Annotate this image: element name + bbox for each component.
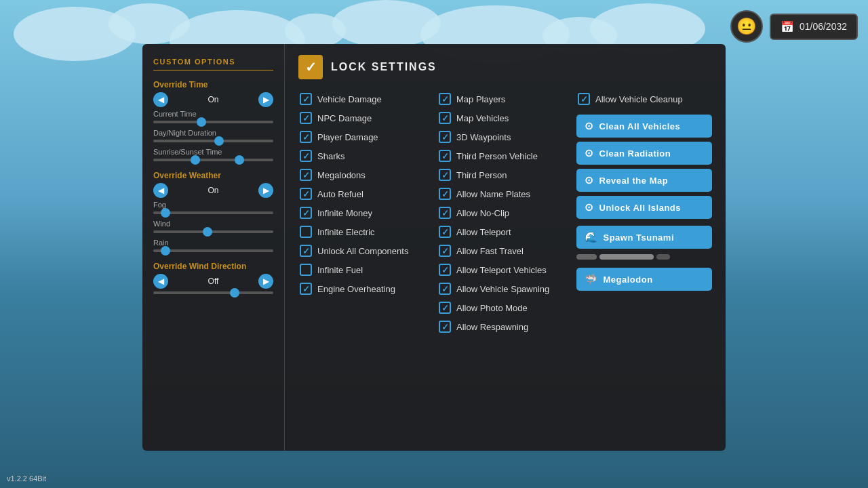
override-time-label: Override Time xyxy=(153,80,273,89)
col2-checkbox-7[interactable] xyxy=(439,226,451,238)
col2-checkbox-8[interactable] xyxy=(439,245,451,257)
col2-item-4[interactable]: Third Person xyxy=(437,166,576,184)
col1-label-0: Vehicle Damage xyxy=(317,94,382,104)
col2-checkbox-3[interactable] xyxy=(439,150,451,162)
fog-thumb[interactable] xyxy=(161,208,170,218)
unlock-islands-btn[interactable]: ⊙ Unlock All Islands xyxy=(576,196,712,219)
col2-item-6[interactable]: Allow No-Clip xyxy=(437,204,576,222)
day-night-thumb[interactable] xyxy=(214,136,224,146)
col1-checkbox-3[interactable] xyxy=(300,150,312,162)
col2-label-5: Allow Name Plates xyxy=(456,189,530,199)
col2-item-10[interactable]: Allow Vehicle Spawning xyxy=(437,280,576,298)
override-weather-left[interactable]: ◀ xyxy=(153,183,168,198)
override-wind-right[interactable]: ▶ xyxy=(258,274,273,289)
sunrise-slider[interactable] xyxy=(153,159,273,161)
ts-bar-1 xyxy=(576,254,597,260)
rain-slider[interactable] xyxy=(153,249,273,252)
col2-item-1[interactable]: Map Vehicles xyxy=(437,109,576,127)
rain-label: Rain xyxy=(153,239,273,247)
reveal-map-btn[interactable]: ⊙ Reveal the Map xyxy=(576,169,712,192)
col2-checkbox-0[interactable] xyxy=(439,93,451,105)
override-time-left[interactable]: ◀ xyxy=(153,92,168,107)
wind-slider[interactable] xyxy=(153,230,273,233)
override-time-row: ◀ On ▶ xyxy=(153,92,273,107)
sunrise-thumb1[interactable] xyxy=(191,155,200,165)
col2-item-7[interactable]: Allow Teleport xyxy=(437,223,576,241)
col2-checkbox-1[interactable] xyxy=(439,112,451,124)
col2-item-11[interactable]: Allow Photo Mode xyxy=(437,299,576,317)
fog-slider[interactable] xyxy=(153,211,273,214)
col2-item-5[interactable]: Allow Name Plates xyxy=(437,185,576,203)
col2-checkbox-5[interactable] xyxy=(439,188,451,200)
col2-item-8[interactable]: Allow Fast Travel xyxy=(437,242,576,260)
lock-header: ✓ LOCK SETTINGS xyxy=(298,55,712,79)
col1-item-6[interactable]: Infinite Money xyxy=(298,204,437,222)
col1-checkbox-4[interactable] xyxy=(300,169,312,181)
col1-item-7[interactable]: Infinite Electric xyxy=(298,223,437,241)
col2-checkbox-9[interactable] xyxy=(439,264,451,276)
col2-item-3[interactable]: Third Person Vehicle xyxy=(437,147,576,165)
col1-checkbox-0[interactable] xyxy=(300,93,312,105)
ts-bar-2 xyxy=(599,254,654,260)
col1-item-3[interactable]: Sharks xyxy=(298,147,437,165)
col2-item-12[interactable]: Allow Respawning xyxy=(437,318,576,336)
current-time-thumb[interactable] xyxy=(197,117,206,127)
col1-checkbox-7[interactable] xyxy=(300,226,312,238)
col1-checkbox-9[interactable] xyxy=(300,264,312,276)
override-weather-row: ◀ On ▶ xyxy=(153,183,273,198)
col2-checkbox-2[interactable] xyxy=(439,131,451,143)
rain-thumb[interactable] xyxy=(161,246,170,256)
sunrise-thumb2[interactable] xyxy=(235,155,244,165)
megalodon-btn[interactable]: 🦈 Megalodon xyxy=(576,268,712,291)
main-panel: CUSTOM OPTIONS Override Time ◀ On ▶ Curr… xyxy=(142,44,726,451)
col2-checkbox-4[interactable] xyxy=(439,169,451,181)
clean-all-label: Clean All Vehicles xyxy=(599,121,681,131)
col2-checkbox-11[interactable] xyxy=(439,302,451,314)
col1-item-9[interactable]: Infinite Fuel xyxy=(298,261,437,279)
col1-item-5[interactable]: Auto Refuel xyxy=(298,185,437,203)
clean-all-vehicles-btn[interactable]: ⊙ Clean All Vehicles xyxy=(576,115,712,138)
topbar: 😐 📅 01/06/2032 xyxy=(730,10,858,43)
avatar-button[interactable]: 😐 xyxy=(730,10,763,43)
spawn-tsunami-btn[interactable]: 🌊 Spawn Tsunami xyxy=(576,226,712,249)
wind-thumb[interactable] xyxy=(203,227,212,237)
wind-dir-thumb[interactable] xyxy=(230,288,239,298)
col2-checkbox-10[interactable] xyxy=(439,283,451,295)
sidebar-title: CUSTOM OPTIONS xyxy=(153,58,273,70)
col1-item-4[interactable]: Megalodons xyxy=(298,166,437,184)
lock-checkbox-big[interactable]: ✓ xyxy=(298,55,323,79)
allow-vehicle-cleanup-item[interactable]: Allow Vehicle Cleanup xyxy=(576,90,712,108)
col1-checkbox-2[interactable] xyxy=(300,131,312,143)
col2-label-3: Third Person Vehicle xyxy=(456,151,538,161)
col1-checkbox-1[interactable] xyxy=(300,112,312,124)
override-weather-right[interactable]: ▶ xyxy=(258,183,273,198)
day-night-slider[interactable] xyxy=(153,140,273,142)
col1-item-0[interactable]: Vehicle Damage xyxy=(298,90,437,108)
col1-checkbox-8[interactable] xyxy=(300,245,312,257)
col2-checkbox-6[interactable] xyxy=(439,207,451,219)
date-button[interactable]: 📅 01/06/2032 xyxy=(770,14,858,40)
col2-label-12: Allow Respawning xyxy=(456,322,528,332)
col1-item-1[interactable]: NPC Damage xyxy=(298,109,437,127)
col2-item-2[interactable]: 3D Waypoints xyxy=(437,128,576,146)
date-text: 01/06/2032 xyxy=(800,21,847,32)
col1-checkbox-5[interactable] xyxy=(300,188,312,200)
col1-checkbox-10[interactable] xyxy=(300,283,312,295)
col1-label-8: Unlock All Components xyxy=(317,246,408,256)
col2-item-0[interactable]: Map Players xyxy=(437,90,576,108)
col1-item-10[interactable]: Engine Overheating xyxy=(298,280,437,298)
col2-label-11: Allow Photo Mode xyxy=(456,303,528,313)
col1-item-8[interactable]: Unlock All Components xyxy=(298,242,437,260)
override-wind-left[interactable]: ◀ xyxy=(153,274,168,289)
fog-label: Fog xyxy=(153,201,273,209)
col1-item-2[interactable]: Player Damage xyxy=(298,128,437,146)
wind-dir-slider[interactable] xyxy=(153,291,273,294)
override-time-right[interactable]: ▶ xyxy=(258,92,273,107)
col2-checkbox-12[interactable] xyxy=(439,321,451,333)
clean-radiation-btn[interactable]: ⊙ Clean Radiation xyxy=(576,142,712,165)
current-time-slider[interactable] xyxy=(153,121,273,123)
col1-checkbox-6[interactable] xyxy=(300,207,312,219)
col2-item-9[interactable]: Allow Teleport Vehicles xyxy=(437,261,576,279)
allow-vehicle-cleanup-checkbox[interactable] xyxy=(578,93,590,105)
col2-label-6: Allow No-Clip xyxy=(456,208,509,218)
